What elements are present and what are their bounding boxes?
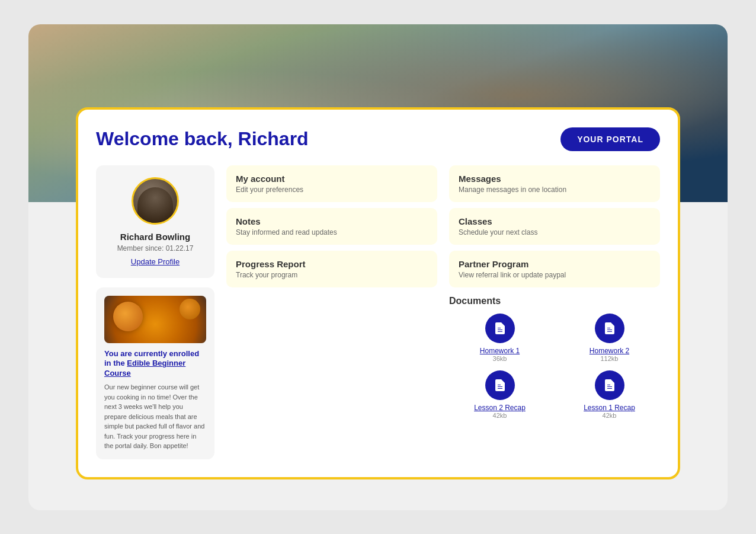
document-icon <box>603 378 617 392</box>
right-column: Messages Manage messages in one location… <box>449 165 660 459</box>
menu-partner-title: Partner Program <box>459 259 651 269</box>
menu-classes-title: Classes <box>459 216 651 226</box>
menu-partner-sub: View referral link or update paypal <box>459 271 651 279</box>
portal-button[interactable]: YOUR PORTAL <box>560 127 660 151</box>
card-header: Welcome back, Richard YOUR PORTAL <box>96 127 660 151</box>
doc-link-homework-2[interactable]: Homework 2 <box>590 347 629 355</box>
menu-my-account-sub: Edit your preferences <box>236 186 428 194</box>
course-description: Our new beginner course will get you coo… <box>104 382 206 451</box>
menu-classes-sub: Schedule your next class <box>459 228 651 236</box>
avatar <box>132 177 179 225</box>
doc-icon-lesson-2-recap <box>485 370 515 400</box>
welcome-title: Welcome back, Richard <box>96 128 309 150</box>
menu-item-progress-report[interactable]: Progress Report Track your program <box>226 251 437 287</box>
doc-link-lesson-2-recap[interactable]: Lesson 2 Recap <box>474 404 526 412</box>
menu-messages-title: Messages <box>459 174 651 184</box>
profile-box: Richard Bowling Member since: 01.22.17 U… <box>96 165 214 278</box>
menu-left-column: My account Edit your preferences Notes S… <box>226 165 437 459</box>
doc-size-lesson-1-recap: 42kb <box>603 412 617 419</box>
update-profile-link[interactable]: Update Profile <box>131 257 180 266</box>
menu-notes-sub: Stay informed and read updates <box>236 228 428 236</box>
doc-lesson-1-recap[interactable]: Lesson 1 Recap 42kb <box>559 370 660 419</box>
main-card: Welcome back, Richard YOUR PORTAL Richar… <box>76 107 680 479</box>
documents-title: Documents <box>449 296 660 306</box>
document-icon <box>493 378 507 392</box>
menu-notes-title: Notes <box>236 216 428 226</box>
doc-lesson-2-recap[interactable]: Lesson 2 Recap 42kb <box>449 370 550 419</box>
document-icon <box>603 321 617 335</box>
menu-item-partner-program[interactable]: Partner Program View referral link or up… <box>449 251 660 287</box>
documents-grid: Homework 1 36kb Homework 2 112kb <box>449 314 660 419</box>
menu-progress-title: Progress Report <box>236 259 428 269</box>
doc-icon-homework-1 <box>485 314 515 343</box>
outer-frame: Welcome back, Richard YOUR PORTAL Richar… <box>28 24 728 510</box>
profile-member-since: Member since: 01.22.17 <box>117 244 194 252</box>
doc-homework-1[interactable]: Homework 1 36kb <box>449 314 550 362</box>
doc-link-lesson-1-recap[interactable]: Lesson 1 Recap <box>584 404 635 412</box>
course-image <box>104 296 206 343</box>
doc-size-homework-1: 36kb <box>493 355 507 362</box>
menu-item-classes[interactable]: Classes Schedule your next class <box>449 208 660 245</box>
profile-name: Richard Bowling <box>120 232 190 242</box>
doc-icon-lesson-1-recap <box>595 370 624 400</box>
menu-progress-sub: Track your program <box>236 271 428 279</box>
menu-messages-sub: Manage messages in one location <box>459 186 651 194</box>
menu-my-account-title: My account <box>236 174 428 184</box>
doc-size-lesson-2-recap: 42kb <box>493 412 507 419</box>
course-box: You are currently enrolled in the Edible… <box>96 287 214 459</box>
menu-item-my-account[interactable]: My account Edit your preferences <box>226 165 437 202</box>
menu-item-messages[interactable]: Messages Manage messages in one location <box>449 165 660 202</box>
documents-section: Documents Homework 1 36kb <box>449 296 660 419</box>
menu-item-notes[interactable]: Notes Stay informed and read updates <box>226 208 437 245</box>
course-title: You are currently enrolled in the Edible… <box>104 349 206 379</box>
avatar-silhouette <box>137 187 173 223</box>
document-icon <box>493 321 507 335</box>
doc-size-homework-2: 112kb <box>601 355 619 362</box>
doc-icon-homework-2 <box>595 314 624 343</box>
left-column: Richard Bowling Member since: 01.22.17 U… <box>96 165 214 459</box>
doc-homework-2[interactable]: Homework 2 112kb <box>559 314 660 362</box>
card-body: Richard Bowling Member since: 01.22.17 U… <box>96 165 660 459</box>
doc-link-homework-1[interactable]: Homework 1 <box>480 347 520 355</box>
